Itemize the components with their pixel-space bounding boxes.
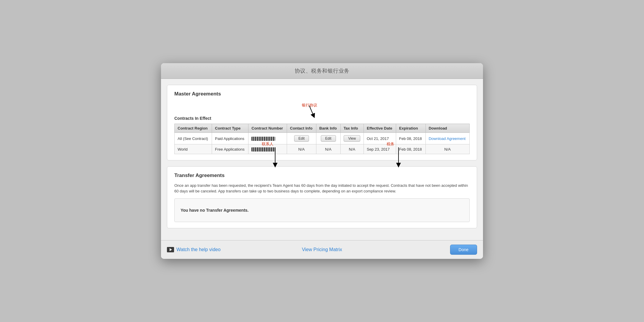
col-tax: Tax Info — [340, 124, 364, 133]
tax-view-button-1[interactable]: View — [344, 135, 360, 142]
col-type: Contract Type — [212, 124, 248, 133]
bank-arrow — [291, 101, 327, 119]
cell-region-1: All (See Contract) — [175, 133, 212, 144]
no-transfer-message: You have no Transfer Agreements. — [181, 208, 249, 213]
cell-type-1: Paid Applications — [212, 133, 248, 144]
table-container: Contract Region Contract Type Contract N… — [174, 124, 470, 154]
contracts-table: Contract Region Contract Type Contract N… — [174, 124, 470, 154]
cell-contact-2: N/A — [287, 144, 316, 154]
col-expiration: Expiration — [396, 124, 426, 133]
content-area: Master Agreements 银行协议 Contracts In Effe… — [161, 79, 483, 240]
col-download: Download — [425, 124, 469, 133]
cell-effective-2: Sep 23, 2017 — [364, 144, 396, 154]
view-pricing-link[interactable]: View Pricing Matrix — [302, 247, 342, 252]
cell-type-2: Free Applications — [212, 144, 248, 154]
transfer-agreements-title: Transfer Agreements — [174, 173, 470, 178]
table-row: All (See Contract) Paid Applications Edi… — [175, 133, 470, 144]
cell-effective-1: Oct 21, 2017 — [364, 133, 396, 144]
master-agreements-title: Master Agreements — [174, 91, 470, 97]
table-row: World Free Applications N/A N/A N/A Sep … — [175, 144, 470, 154]
cell-bank-2: N/A — [316, 144, 340, 154]
contract-number-scribble-2 — [251, 147, 275, 152]
footer-left: Watch the help video — [167, 247, 221, 252]
download-agreement-link-1[interactable]: Download Agreement — [429, 136, 466, 141]
cell-expiration-2: Feb 08, 2018 — [396, 144, 426, 154]
cell-bank-1: Edit — [316, 133, 340, 144]
contact-edit-button-1[interactable]: Edit — [294, 135, 309, 142]
col-effective: Effective Date — [364, 124, 396, 133]
col-number: Contract Number — [248, 124, 287, 133]
cell-number-1 — [248, 133, 287, 144]
window-title: 协议、税务和银行业务 — [295, 68, 350, 74]
col-contact: Contact Info — [287, 124, 316, 133]
footer-bar: Watch the help video View Pricing Matrix… — [161, 240, 483, 259]
bank-edit-button-1[interactable]: Edit — [321, 135, 336, 142]
watch-video-link[interactable]: Watch the help video — [176, 247, 221, 252]
contract-number-scribble-1 — [251, 137, 275, 141]
footer-center: View Pricing Matrix — [302, 247, 342, 252]
cell-tax-1: View — [340, 133, 364, 144]
cell-download-1: Download Agreement — [425, 133, 469, 144]
transfer-agreements-card: Transfer Agreements Once an app transfer… — [167, 166, 477, 228]
done-button[interactable]: Done — [450, 245, 477, 255]
transfer-description: Once an app transfer has been requested,… — [174, 183, 470, 194]
table-header-row: Contract Region Contract Type Contract N… — [175, 124, 470, 133]
title-bar: 协议、税务和银行业务 — [161, 63, 483, 79]
cell-download-2: N/A — [425, 144, 469, 154]
cell-tax-2: N/A — [340, 144, 364, 154]
master-agreements-card: Master Agreements 银行协议 Contracts In Effe… — [167, 85, 477, 160]
cell-region-2: World — [175, 144, 212, 154]
annotation-bank: 银行协议 — [174, 101, 470, 119]
cell-contact-1: Edit — [287, 133, 316, 144]
main-window: 协议、税务和银行业务 Master Agreements 银行协议 C — [161, 63, 483, 259]
col-region: Contract Region — [175, 124, 212, 133]
col-bank: Bank Info — [316, 124, 340, 133]
no-transfer-box: You have no Transfer Agreements. — [174, 198, 470, 222]
cell-expiration-1: Feb 08, 2018 — [396, 133, 426, 144]
cell-number-2 — [248, 144, 287, 154]
video-icon — [167, 247, 174, 252]
